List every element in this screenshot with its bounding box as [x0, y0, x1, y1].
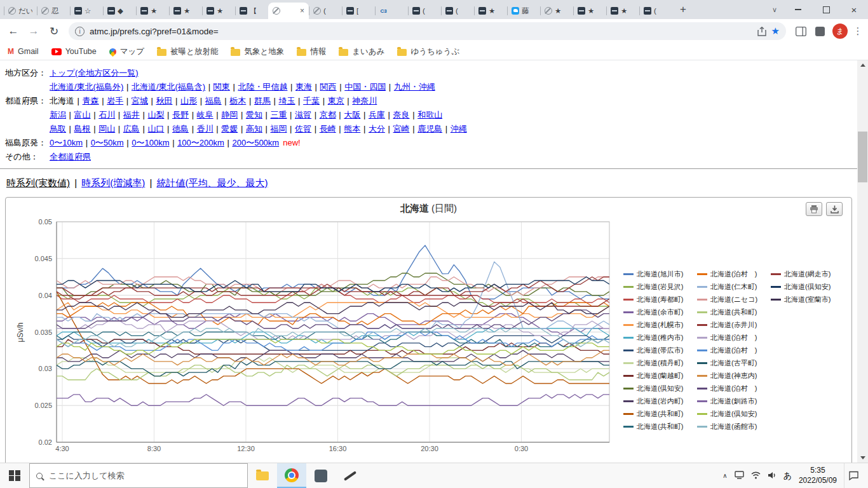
region-link[interactable]: 関西 [320, 82, 337, 92]
download-button[interactable] [826, 202, 843, 216]
region-link[interactable]: 東海 [295, 82, 312, 92]
scroll-up-button[interactable] [857, 60, 868, 70]
legend-item[interactable]: 北海道(釧路市) [697, 395, 770, 407]
browser-tab[interactable]: ★ [573, 3, 606, 19]
other-link[interactable]: 全都道府県 [50, 152, 91, 161]
legend-item[interactable]: 北海道(帯広市) [623, 344, 696, 356]
pref-link[interactable]: 愛知 [246, 110, 262, 119]
bookmark-star-icon[interactable]: ★ [771, 25, 780, 37]
window-maximize-button[interactable] [812, 0, 840, 19]
new-tab-button[interactable]: + [675, 1, 691, 18]
pref-link[interactable]: 愛媛 [221, 124, 238, 133]
scroll-down-button[interactable] [857, 453, 868, 463]
ime-indicator[interactable]: あ [783, 470, 792, 482]
legend-item[interactable]: 北海道(蘭越町) [623, 369, 696, 382]
taskbar-search-input[interactable] [48, 470, 241, 481]
bookmark-folder[interactable]: ゆうちゅうぶ [397, 46, 459, 57]
forward-button[interactable]: → [24, 22, 43, 41]
pref-link[interactable]: 岐阜 [197, 110, 214, 119]
profile-avatar[interactable]: ま [832, 24, 848, 39]
pref-link[interactable]: 奈良 [393, 110, 410, 119]
pref-link[interactable]: 福岡 [270, 124, 287, 133]
browser-tab[interactable]: [ [342, 3, 375, 19]
start-button[interactable] [0, 463, 29, 488]
region-link[interactable]: 北海道/東北(福島含) [132, 82, 205, 92]
region-link[interactable]: 北陸・甲信越 [238, 82, 287, 92]
pref-link[interactable]: 沖縄 [451, 124, 467, 133]
pref-link[interactable]: 鳥取 [50, 124, 66, 133]
legend-item[interactable]: 北海道(旭川市) [623, 268, 696, 280]
bookmark-folder[interactable]: まいあみ [339, 46, 384, 57]
pref-link[interactable]: 静岡 [221, 110, 238, 119]
print-button[interactable] [806, 202, 822, 216]
pref-link[interactable]: 東京 [328, 96, 344, 105]
pref-link[interactable]: 山形 [180, 96, 197, 105]
pref-link[interactable]: 山梨 [147, 110, 164, 119]
npp-link[interactable]: 0〜10km [50, 138, 83, 147]
bookmark-item[interactable]: YouTube [51, 47, 97, 56]
pref-link[interactable]: 岩手 [107, 96, 123, 105]
side-panel-icon[interactable] [791, 27, 810, 36]
legend-item[interactable]: 北海道(ニセコ) [697, 293, 770, 306]
npp-link[interactable]: 0〜100km [132, 138, 169, 147]
npp-link[interactable]: 200〜500km [232, 138, 279, 147]
legend-item[interactable]: 北海道(室蘭市) [771, 293, 843, 306]
pref-link[interactable]: 滋賀 [295, 110, 311, 119]
legend-item[interactable]: 北海道(寿都町) [623, 293, 696, 306]
window-close-button[interactable]: × [840, 0, 868, 19]
legend-item[interactable]: 北海道(泊村 ) [697, 268, 770, 280]
pref-link[interactable]: 和歌山 [417, 110, 442, 119]
legend-item[interactable]: 北海道(倶知安) [623, 382, 696, 395]
pref-link[interactable]: 群馬 [254, 96, 271, 105]
legend-item[interactable]: 北海道(網走市) [771, 268, 843, 280]
pref-link[interactable]: 宮城 [132, 96, 148, 105]
extension-icon[interactable] [815, 27, 825, 36]
legend-item[interactable]: 北海道(函館市) [697, 420, 770, 433]
browser-tab[interactable]: ★ [169, 3, 202, 19]
legend-item[interactable]: 北海道(共和町) [623, 420, 696, 433]
legend-item[interactable]: 北海道(札幌市) [623, 318, 696, 331]
pref-link[interactable]: 三重 [270, 110, 287, 119]
vertical-scrollbar[interactable] [857, 60, 868, 463]
menu-kebab-icon[interactable]: ⋮ [851, 25, 864, 37]
browser-tab[interactable]: ( [408, 3, 441, 19]
pref-link[interactable]: 青森 [83, 96, 99, 105]
bookmark-folder[interactable]: 情報 [297, 46, 326, 57]
pref-link[interactable]: 石川 [98, 110, 115, 119]
address-bar[interactable]: i atmc.jp/prefs.cgi?pref=01&mode= ★ [69, 22, 786, 40]
browser-tab[interactable]: ★ [606, 3, 639, 19]
browser-tab[interactable]: ( [309, 3, 342, 19]
browser-tab[interactable]: ( [639, 3, 672, 19]
pref-link[interactable]: 宮崎 [393, 124, 410, 133]
pref-link[interactable]: 広島 [123, 124, 140, 133]
pref-link[interactable]: 埼玉 [278, 96, 295, 105]
pref-link[interactable]: 熊本 [344, 124, 360, 133]
taskbar-app[interactable] [306, 463, 336, 488]
legend-item[interactable]: 北海道(泊村 ) [697, 344, 770, 356]
reload-button[interactable]: ↻ [44, 22, 64, 41]
pref-link[interactable]: 長崎 [320, 124, 336, 133]
pref-link[interactable]: 徳島 [172, 124, 189, 133]
region-link[interactable]: 関東 [214, 82, 230, 92]
browser-tab[interactable]: ★ [540, 3, 573, 19]
pref-link[interactable]: 岡山 [98, 124, 115, 133]
taskbar-chrome[interactable] [277, 463, 306, 488]
browser-tab[interactable]: ◆ [103, 3, 136, 19]
pref-link[interactable]: 京都 [320, 110, 336, 119]
legend-item[interactable]: 北海道(泊村 ) [697, 331, 770, 344]
bookmark-item[interactable]: マップ [109, 46, 144, 57]
legend-item[interactable]: 北海道(積丹町) [623, 356, 696, 369]
browser-tab[interactable]: 藤 [507, 3, 540, 19]
pref-link[interactable]: 秋田 [156, 96, 172, 105]
network-icon[interactable] [751, 470, 761, 482]
browser-tab[interactable]: C3 [375, 3, 408, 19]
pref-link[interactable]: 千葉 [303, 96, 320, 105]
browser-tab[interactable]: ★ [474, 3, 507, 19]
pref-link[interactable]: 長野 [172, 110, 189, 119]
legend-item[interactable]: 北海道(稚内市) [623, 331, 696, 344]
taskbar-pen-app[interactable] [336, 463, 365, 488]
browser-tab[interactable]: ☆ [70, 3, 103, 19]
pref-link[interactable]: 兵庫 [369, 110, 385, 119]
region-link[interactable]: 北海道/東北(福島外) [50, 82, 123, 92]
pref-link[interactable]: 大分 [369, 124, 385, 133]
